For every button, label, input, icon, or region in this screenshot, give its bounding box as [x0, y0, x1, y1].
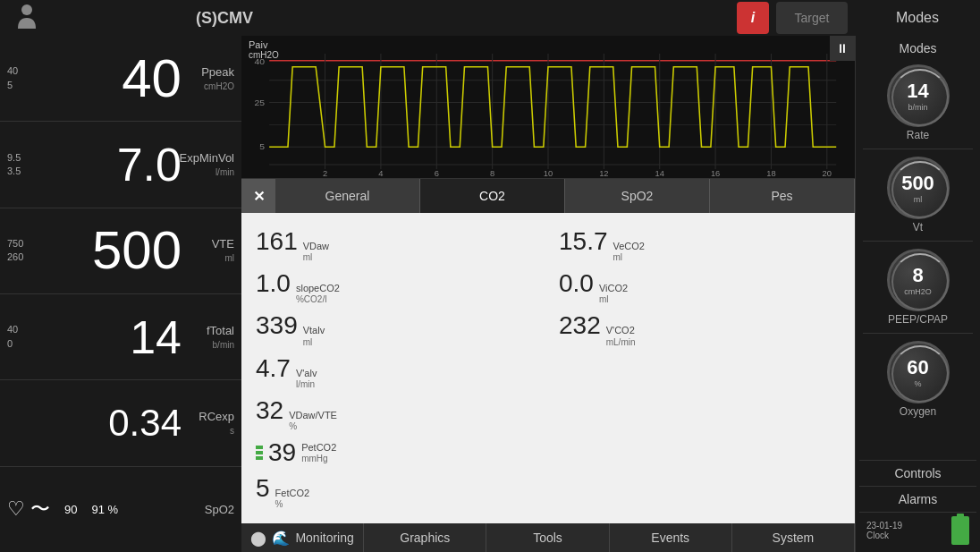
svg-text:4: 4	[378, 169, 383, 178]
ppeak-labels: Ppeak cmH2O	[185, 64, 234, 93]
expminvol-bounds: 9.5 3.5	[7, 151, 38, 179]
svg-text:8: 8	[490, 169, 494, 178]
petco2-item[interactable]: 39 PetCO2 mmHg	[256, 438, 537, 467]
clock-date: 23-01-19	[866, 521, 902, 531]
valv-item[interactable]: 4.7 V'alv l/min	[256, 354, 537, 389]
left-panel: 40 5 40 Ppeak cmH2O 9.5 3.5 7.0 ExpMinVo…	[0, 36, 241, 552]
petco2-bars	[256, 446, 263, 460]
rcexp-labels: RCexp s	[185, 409, 234, 437]
metric-rcexp[interactable]: 0.34 RCexp s	[0, 380, 241, 466]
divider-2	[863, 241, 973, 242]
nav-graphics[interactable]: Graphics	[364, 523, 486, 552]
system-label: System	[773, 531, 815, 545]
waveform-label: Paiv	[249, 39, 267, 50]
monitoring-icon1: ⬤	[250, 530, 266, 547]
veco2-item[interactable]: 15.7 VeCO2 ml	[559, 227, 841, 262]
clock-area: 23-01-19 Clock	[859, 512, 976, 548]
ftotal-labels: fTotal b/min	[185, 323, 234, 352]
right-bottom: Controls Alarms 23-01-19 Clock	[856, 456, 980, 552]
vte-bounds: 750 260	[7, 237, 38, 265]
vt-knob[interactable]: 500 ml	[887, 157, 950, 219]
svg-text:10: 10	[544, 169, 553, 178]
rate-knob[interactable]: 14 b/min	[887, 64, 950, 127]
wave-icon: 〜	[30, 496, 50, 522]
freeze-button[interactable]: ⏸	[830, 36, 855, 61]
tab-co2[interactable]: CO2	[420, 179, 565, 213]
top-header: (S)CMV i Target Modes	[0, 0, 980, 36]
battery-icon	[951, 516, 969, 545]
ppeak-value: 40	[38, 52, 185, 106]
heart-icon: ♡	[7, 497, 25, 521]
info-button[interactable]: i	[737, 2, 769, 34]
controls-label[interactable]: Controls	[859, 460, 976, 486]
oxygen-knob-container[interactable]: 60 % Oxygen	[856, 337, 980, 421]
fetco2-item[interactable]: 5 FetCO2 %	[256, 474, 537, 509]
main-content: 40 5 40 Ppeak cmH2O 9.5 3.5 7.0 ExpMinVo…	[0, 36, 980, 552]
tab-pes[interactable]: Pes	[710, 179, 855, 213]
vte-value: 500	[38, 224, 185, 277]
monitoring-icon2: 🌊	[272, 530, 290, 547]
tab-spo2[interactable]: SpO2	[565, 179, 710, 213]
vte-labels: VTE ml	[185, 236, 234, 265]
divider-3	[863, 333, 973, 334]
empty-2	[559, 396, 841, 431]
rcexp-value: 0.34	[38, 404, 185, 442]
dialog-content: 161 VDaw ml 15.7 VeCO2 ml 1.0	[241, 213, 855, 523]
center-panel: Paiv cmH2O	[241, 36, 855, 552]
vt-label: Vt	[913, 221, 923, 234]
oxygen-label: Oxygen	[900, 405, 936, 418]
nav-tools[interactable]: Tools	[486, 523, 609, 552]
mode-title: (S)CMV	[54, 9, 395, 28]
peep-label: PEEP/CPAP	[888, 313, 948, 326]
vico2-item[interactable]: 0.0 ViCO2 ml	[559, 269, 841, 304]
svg-text:16: 16	[711, 169, 720, 178]
graphics-label: Graphics	[400, 531, 450, 545]
tab-general[interactable]: General	[275, 179, 420, 213]
spo2-label: SpO2	[205, 503, 234, 516]
rate-knob-container[interactable]: 14 b/min Rate	[856, 61, 980, 145]
ppeak-bounds: 40 5	[7, 64, 38, 92]
ftotal-bounds: 40 0	[7, 323, 38, 351]
svg-text:14: 14	[655, 169, 664, 178]
empty-3	[559, 438, 841, 467]
nav-events[interactable]: Events	[610, 523, 732, 552]
monitoring-label: Monitoring	[295, 531, 353, 545]
spo2-val1: 90	[64, 503, 77, 516]
empty-1	[559, 354, 841, 389]
right-modes-label: Modes	[856, 36, 980, 61]
vco2-item[interactable]: 232 V'CO2 mL/min	[559, 311, 841, 346]
oxygen-knob[interactable]: 60 %	[887, 341, 950, 403]
peep-knob-container[interactable]: 8 cmH2O PEEP/CPAP	[856, 245, 980, 329]
svg-text:12: 12	[599, 169, 608, 178]
vdaw-item[interactable]: 161 VDaw ml	[256, 227, 537, 262]
alarms-label[interactable]: Alarms	[859, 486, 976, 512]
svg-point-0	[21, 4, 32, 15]
spo2-row: ♡ 〜 90 91 % SpO2	[0, 467, 241, 552]
expminvol-value: 7.0	[38, 141, 185, 188]
dialog-close-button[interactable]: ✕	[241, 179, 275, 213]
slopeco2-item[interactable]: 1.0 slopeCO2 %CO2/l	[256, 269, 537, 304]
dialog-tabs: ✕ General CO2 SpO2 Pes	[241, 179, 855, 213]
target-button[interactable]: Target	[776, 2, 848, 34]
waveform-svg: 40 25 5 2 4 6 8 10 12 14 16 18 20	[241, 36, 855, 178]
peep-knob[interactable]: 8 cmH2O	[887, 249, 950, 311]
empty-4	[559, 474, 841, 509]
nav-monitoring[interactable]: ⬤ 🌊 Monitoring	[241, 523, 364, 552]
metric-ppeak[interactable]: 40 5 40 Ppeak cmH2O	[0, 36, 241, 122]
nav-system[interactable]: System	[732, 523, 855, 552]
vtalv-item[interactable]: 339 Vtalv ml	[256, 311, 537, 346]
svg-text:20: 20	[823, 169, 832, 178]
vdawvte-item[interactable]: 32 VDaw/VTE %	[256, 396, 537, 431]
metric-vte[interactable]: 750 260 500 VTE ml	[0, 208, 241, 294]
svg-text:6: 6	[435, 169, 439, 178]
clock-label: Clock	[866, 531, 902, 540]
svg-text:5: 5	[259, 141, 265, 151]
vt-knob-container[interactable]: 500 ml Vt	[856, 153, 980, 237]
divider-1	[863, 149, 973, 149]
svg-text:2: 2	[323, 169, 327, 178]
metric-expminvol[interactable]: 9.5 3.5 7.0 ExpMinVol l/min	[0, 122, 241, 208]
metric-ftotal[interactable]: 40 0 14 fTotal b/min	[0, 294, 241, 380]
bottom-nav: ⬤ 🌊 Monitoring Graphics Tools Events Sys…	[241, 523, 855, 552]
waveform-area: Paiv cmH2O	[241, 36, 855, 179]
waveform-unit: cmH2O	[249, 50, 279, 60]
